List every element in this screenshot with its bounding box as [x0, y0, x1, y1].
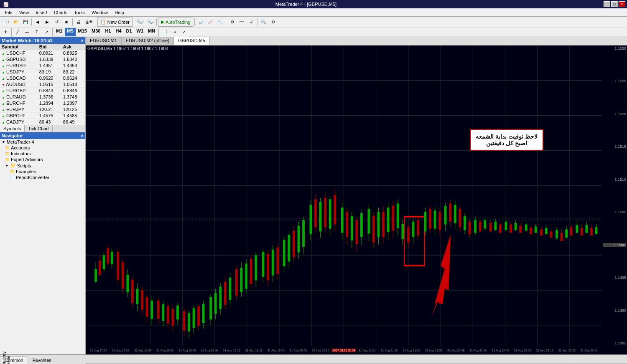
- price-10: 1.1885: [603, 341, 626, 345]
- menu-file[interactable]: File: [2, 9, 16, 16]
- nav-item-indicators[interactable]: 📁 Indicators: [0, 151, 85, 157]
- svg-rect-168: [459, 209, 461, 228]
- grid-btn[interactable]: #: [247, 18, 256, 27]
- menu-window[interactable]: Window: [88, 9, 111, 16]
- oscillator-btn[interactable]: 〰: [237, 18, 246, 27]
- expand-icon-scripts: ▼: [5, 164, 9, 168]
- svg-rect-198: [535, 227, 537, 233]
- search-btn[interactable]: 🔍: [259, 18, 268, 27]
- chart-type-btn1[interactable]: 📊: [196, 18, 205, 27]
- chart-type-btn3[interactable]: 📉: [215, 18, 224, 27]
- market-watch-row[interactable]: ▲ GBPCHF 1.4575 1.4585: [0, 113, 85, 119]
- zoom-out-btn[interactable]: 🔍-: [146, 18, 155, 27]
- market-watch-row[interactable]: ▲ USDCAD 0.9620 0.9624: [0, 75, 85, 81]
- menu-charts[interactable]: Charts: [51, 9, 71, 16]
- hline-tool[interactable]: —: [23, 28, 32, 37]
- svg-rect-65: [193, 308, 195, 328]
- nav-item-examples[interactable]: 📁 Examples: [0, 169, 85, 174]
- price-6: 1.1505: [603, 210, 626, 214]
- period-m1[interactable]: M1: [54, 28, 64, 36]
- open-btn[interactable]: 📂: [11, 18, 20, 27]
- nav-item-scripts[interactable]: ▼ 📁 Scripts: [0, 162, 85, 169]
- mw-bid: 83.19: [38, 69, 61, 75]
- navigator-title: Navigator: [2, 133, 23, 138]
- maximize-button[interactable]: □: [611, 1, 618, 7]
- chart-shift-btn[interactable]: ⇥: [170, 28, 179, 37]
- svg-rect-33: [111, 252, 113, 264]
- period-m30[interactable]: M30: [89, 28, 102, 36]
- chart-inner: GBPUSD,M5 1.1907 1.1908 1.1907 1.1908: [86, 46, 627, 354]
- time-21: 31 Aug 23:28: [556, 349, 578, 352]
- period-h4[interactable]: H4: [113, 28, 123, 36]
- market-watch-row[interactable]: ▲ EURUSD 1.4451 1.4453: [0, 63, 85, 69]
- svg-rect-93: [267, 254, 269, 281]
- back-btn[interactable]: ◀: [33, 18, 42, 27]
- market-watch-row[interactable]: ▼ AUDUSD 1.0515 1.0518: [0, 81, 85, 88]
- market-watch-close[interactable]: ×: [81, 38, 84, 43]
- market-watch-row[interactable]: ▲ CADJPY 86.43 86.49: [0, 119, 85, 125]
- settings-btn[interactable]: ⚙: [268, 18, 278, 27]
- market-watch-row[interactable]: ▲ EURGBP 0.8843 0.8846: [0, 88, 85, 94]
- tab-tick-chart[interactable]: Tick Chart: [25, 125, 53, 132]
- period-m5[interactable]: M5: [65, 28, 75, 36]
- print-preview-btn[interactable]: 🖨👁: [84, 18, 94, 27]
- market-watch-row[interactable]: ▲ EURCHF 1.2894 1.2897: [0, 100, 85, 106]
- stop-btn[interactable]: ■: [62, 18, 71, 27]
- sep2: [72, 18, 73, 26]
- price-3: 1.1520: [603, 112, 626, 116]
- refresh-btn[interactable]: ↺: [52, 18, 61, 27]
- fwd-btn[interactable]: ▶: [43, 18, 52, 27]
- chart-svg: [86, 46, 602, 346]
- mw-symbol: ▲ EURUSD: [0, 63, 38, 69]
- chart-tab-eurusd-m2[interactable]: EURUSD,M2 (offline): [122, 37, 174, 45]
- line-tool[interactable]: ╱: [13, 28, 22, 37]
- menu-insert[interactable]: Insert: [32, 9, 51, 16]
- menu-help[interactable]: Help: [111, 9, 127, 16]
- period-w1[interactable]: W1: [135, 28, 146, 36]
- save-btn[interactable]: 💾: [21, 18, 30, 27]
- svg-rect-135: [377, 212, 380, 237]
- market-watch-row[interactable]: ▲ EURAUD 1.3736 1.3748: [0, 94, 85, 100]
- navigator-close[interactable]: ×: [81, 133, 84, 138]
- autoscroll-btn[interactable]: ⤢: [179, 28, 189, 37]
- menu-view[interactable]: View: [16, 9, 33, 16]
- period-h1[interactable]: H1: [103, 28, 113, 36]
- text-tool[interactable]: T: [32, 28, 41, 37]
- mw-ask: 1.4585: [61, 113, 85, 119]
- market-watch-row[interactable]: ▲ GBPUSD 1.6339 1.6342: [0, 56, 85, 63]
- psep3: [158, 28, 159, 36]
- nav-label-indicators: Indicators: [11, 151, 31, 156]
- indicators-btn[interactable]: ⚙: [227, 18, 237, 27]
- print-btn[interactable]: 🖨: [74, 18, 83, 27]
- nav-item-experts[interactable]: 📁 Expert Advisors: [0, 157, 85, 162]
- minimize-button[interactable]: _: [604, 1, 610, 7]
- nav-item-period-converter[interactable]: 📄 PeriodConverter: [0, 174, 85, 180]
- new-btn[interactable]: 📄+: [1, 18, 11, 27]
- svg-rect-123: [346, 212, 348, 237]
- chart-tab-eurusd-m1[interactable]: EURUSD,M1: [86, 37, 122, 45]
- market-watch-row[interactable]: ▲ USDCHF 0.8921 0.8925: [0, 50, 85, 56]
- crosshair-btn[interactable]: ✛: [1, 28, 10, 37]
- tab-symbols[interactable]: Symbols: [0, 125, 25, 132]
- market-watch-row[interactable]: ▲ USDJPY 83.19 83.22: [0, 69, 85, 75]
- nav-item-metatrader4[interactable]: ▼ MetaTrader 4: [0, 139, 85, 145]
- arrow-tool[interactable]: ↗: [42, 28, 51, 37]
- svg-rect-140: [387, 207, 390, 232]
- market-watch-row[interactable]: ▲ EURJPY 120.21 120.25: [0, 106, 85, 113]
- autotrading-btn[interactable]: ▶ AutoTrading: [158, 18, 194, 27]
- close-button[interactable]: ×: [619, 1, 625, 7]
- menu-tools[interactable]: Tools: [71, 9, 88, 16]
- new-order-btn[interactable]: 📋 New Order: [97, 18, 133, 27]
- time-19: 31 Aug 22:56: [511, 349, 533, 352]
- period-mn[interactable]: MN: [146, 28, 157, 36]
- period-m15[interactable]: M15: [76, 28, 89, 36]
- nav-item-accounts[interactable]: 📁 Accounts: [0, 145, 85, 151]
- template-btn[interactable]: 📑: [160, 28, 169, 37]
- chart-tab-gbpusd-m5[interactable]: GBPUSD,M5: [174, 37, 210, 45]
- zoom-in-btn[interactable]: 🔍+: [135, 18, 145, 27]
- svg-rect-89: [255, 255, 257, 280]
- mw-symbol: ▲ USDCHF: [0, 50, 38, 56]
- svg-rect-121: [341, 207, 344, 233]
- chart-type-btn2[interactable]: 📈: [206, 18, 215, 27]
- period-d1[interactable]: D1: [124, 28, 134, 36]
